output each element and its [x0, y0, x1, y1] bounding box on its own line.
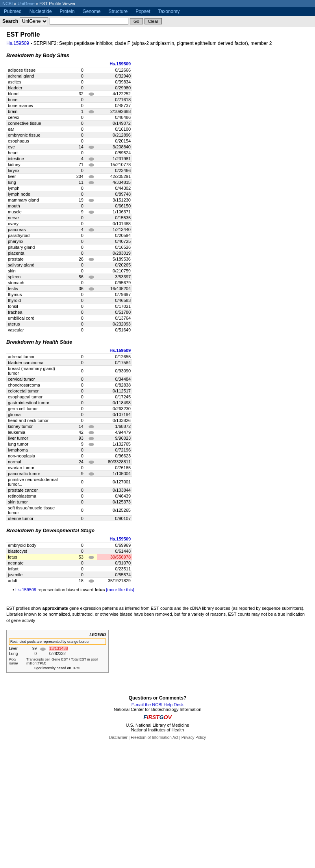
dev-note-highlight: fetus: [94, 587, 105, 592]
spot-indicator: [85, 239, 97, 244]
est-ratio: 0/69969: [97, 542, 132, 548]
tissue-name: blastocyst: [6, 548, 68, 554]
ncbi-label[interactable]: NCBI: [2, 1, 13, 6]
est-ratio: 0/51649: [97, 327, 132, 333]
est-ratio: 0/112517: [97, 388, 132, 394]
privacy-link[interactable]: Privacy Policy: [182, 735, 206, 740]
tissue-name: larynx: [6, 168, 68, 174]
search-db-select[interactable]: UniGene: [20, 17, 48, 25]
est-count: 71: [68, 162, 85, 168]
est-ratio: 0/48737: [97, 103, 132, 109]
firstgov-area: FIRSTGOV: [4, 714, 311, 720]
spot-indicator: [85, 435, 97, 441]
spot-indicator: [85, 286, 97, 292]
dev-more-link[interactable]: [more like this]: [106, 587, 134, 592]
est-count: 0: [68, 250, 85, 256]
email-link[interactable]: E-mail the NCBI Help Desk: [132, 702, 184, 707]
tissue-name: uterine tumor: [6, 516, 68, 522]
est-count: 0: [68, 292, 85, 298]
est-ratio: 3/53397: [97, 274, 132, 280]
spot-indicator: [85, 554, 97, 560]
est-count: 14: [68, 144, 85, 150]
nav-genome[interactable]: Genome: [81, 8, 102, 15]
tissue-name: cervical tumor: [6, 376, 68, 382]
clear-button[interactable]: Clear: [145, 18, 162, 24]
firstgov-text: FIRSTGOV: [143, 714, 172, 720]
nav-nucleotide[interactable]: Nucleotide: [28, 8, 54, 15]
est-count: 0: [68, 103, 85, 109]
dev-col-header: [6, 536, 68, 542]
separator2: »: [36, 1, 38, 6]
est-ratio: 0/29980: [97, 85, 132, 91]
nih-label: National Institutes of Health: [4, 727, 311, 732]
gene-id-link[interactable]: Hs.159509: [6, 41, 29, 46]
est-count: 0: [68, 412, 85, 418]
est-ratio: 0/16526: [97, 244, 132, 250]
tissue-name: kidney: [6, 162, 68, 168]
est-count: 0: [68, 548, 85, 554]
est-count: 0: [68, 315, 85, 321]
nav-taxonomy[interactable]: Taxonomy: [157, 8, 182, 15]
disclaimer-link[interactable]: Disclaimer: [109, 735, 128, 740]
nav-pubmed[interactable]: Pubmed: [2, 8, 23, 15]
tissue-name: adrenal tumor: [6, 354, 68, 360]
spot-indicator: [85, 191, 97, 197]
tissue-name: thymus: [6, 292, 68, 298]
est-count: 0: [68, 360, 85, 366]
nav-protein[interactable]: Protein: [58, 8, 76, 15]
spot-indicator: [85, 292, 97, 298]
spot-indicator: [85, 505, 97, 516]
est-ratio: 0/23466: [97, 168, 132, 174]
unigene-label[interactable]: UniGene: [17, 1, 34, 6]
search-label: Search: [2, 19, 18, 24]
est-count: 36: [68, 286, 85, 292]
legend-box: LEGEND Restricted pools are represented …: [6, 630, 109, 673]
tissue-name: embryoid body: [6, 542, 68, 548]
est-count: 0: [68, 150, 85, 156]
tissue-name: breast (mammary gland) tumor: [6, 366, 68, 376]
tissue-name: embryonic tissue: [6, 132, 68, 138]
spot-indicator: [85, 566, 97, 572]
est-count: 0: [68, 67, 85, 73]
nav-popset[interactable]: Popset: [134, 8, 152, 15]
tissue-name: testis: [6, 286, 68, 292]
health-state-title: Breakdown by Health State: [6, 339, 309, 345]
tissue-name: prostate: [6, 256, 68, 262]
go-button[interactable]: Go: [130, 18, 143, 24]
est-count: 0: [68, 327, 85, 333]
legend-spot-note: Spot intensity based on TPM: [9, 666, 106, 670]
search-input[interactable]: [50, 18, 128, 25]
foia-link[interactable]: Freedom of Information Act: [131, 735, 178, 740]
tissue-name: mammary gland: [6, 197, 68, 203]
est-count: 0: [68, 85, 85, 91]
est-ratio: 4/94479: [97, 429, 132, 435]
dev-note-text: representation biased toward: [37, 587, 94, 592]
tissue-name: brain: [6, 109, 68, 115]
tissue-name: lung: [6, 180, 68, 185]
spot-indicator: [85, 418, 97, 424]
est-count: 0: [68, 132, 85, 138]
est-count: 0: [68, 542, 85, 548]
tissue-name: kidney tumor: [6, 424, 68, 429]
est-count: 0: [68, 215, 85, 221]
tissue-name: ascites: [6, 79, 68, 85]
tissue-name: bladder: [6, 85, 68, 91]
footer: Questions or Comments? E-mail the NCBI H…: [0, 691, 315, 744]
est-count: 14: [68, 424, 85, 429]
nav-structure[interactable]: Structure: [107, 8, 129, 15]
est-ratio: 0/23511: [97, 566, 132, 572]
est-count: 0: [68, 233, 85, 239]
spot-indicator: [85, 394, 97, 400]
est-ratio: 0/20265: [97, 262, 132, 268]
est-count: 19: [68, 197, 85, 203]
est-ratio: 0/66150: [97, 203, 132, 209]
nav-bar: Pubmed Nucleotide Protein Genome Structu…: [0, 7, 315, 16]
est-count: 0: [68, 239, 85, 244]
header-bar: NCBI » UniGene » EST Profile Viewer: [0, 0, 315, 7]
tissue-name: germ cell tumor: [6, 406, 68, 412]
spot-indicator: [85, 221, 97, 227]
est-count: 4: [68, 227, 85, 233]
dev-note-gene-link[interactable]: Hs.159509: [15, 587, 36, 592]
spot-indicator: [85, 115, 97, 120]
est-count: 9: [68, 209, 85, 215]
